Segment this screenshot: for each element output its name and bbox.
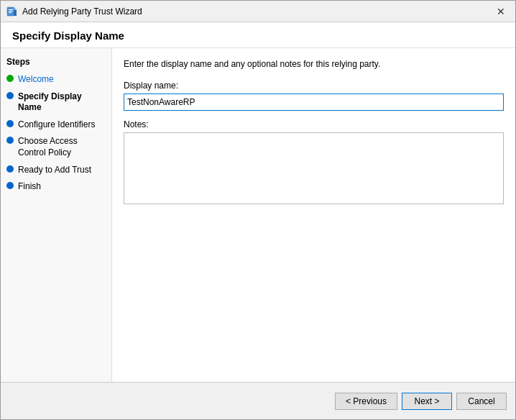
- step-dot-finish: [6, 182, 14, 189]
- sidebar-item-label-finish: Finish: [18, 181, 41, 193]
- description-text: Enter the display name and any optional …: [124, 58, 504, 70]
- sidebar-item-label-identifiers: Configure Identifiers: [18, 119, 95, 131]
- svg-rect-3: [9, 12, 11, 13]
- content-area: Steps Welcome Specify Display Name Confi…: [1, 48, 515, 382]
- main-content: Enter the display name and any optional …: [112, 48, 515, 382]
- svg-rect-1: [9, 9, 13, 10]
- notes-textarea[interactable]: [124, 132, 504, 204]
- title-bar: Add Relying Party Trust Wizard ✕: [1, 1, 515, 22]
- sidebar-item-label-ready: Ready to Add Trust: [18, 165, 91, 176]
- sidebar-item-finish: Finish: [6, 181, 106, 193]
- wizard-icon: [6, 6, 18, 17]
- step-dot-identifiers: [6, 120, 14, 127]
- window-title: Add Relying Party Trust Wizard: [22, 6, 142, 17]
- title-bar-left: Add Relying Party Trust Wizard: [6, 6, 142, 17]
- step-dot-display-name: [6, 92, 14, 99]
- sidebar-title: Steps: [6, 57, 106, 67]
- wizard-window: Add Relying Party Trust Wizard ✕ Specify…: [0, 0, 516, 420]
- previous-button[interactable]: < Previous: [335, 393, 397, 410]
- sidebar: Steps Welcome Specify Display Name Confi…: [1, 48, 112, 382]
- cancel-button[interactable]: Cancel: [456, 393, 507, 410]
- next-button[interactable]: Next >: [402, 393, 452, 410]
- step-dot-welcome: [6, 75, 14, 82]
- page-title: Specify Display Name: [12, 29, 504, 42]
- sidebar-item-label-access-control: Choose Access Control Policy: [18, 136, 106, 158]
- display-name-input[interactable]: [124, 93, 504, 111]
- notes-label: Notes:: [124, 119, 504, 129]
- sidebar-item-identifiers: Configure Identifiers: [6, 119, 106, 131]
- display-name-label: Display name:: [124, 81, 504, 91]
- sidebar-item-display-name: Specify Display Name: [6, 91, 106, 114]
- step-dot-ready: [6, 165, 14, 173]
- step-dot-access-control: [6, 137, 14, 144]
- sidebar-item-welcome: Welcome: [6, 74, 106, 86]
- page-header: Specify Display Name: [1, 22, 515, 48]
- sidebar-item-ready: Ready to Add Trust: [6, 165, 106, 176]
- sidebar-item-access-control: Choose Access Control Policy: [6, 136, 106, 158]
- notes-container: [124, 132, 504, 206]
- close-button[interactable]: ✕: [492, 4, 510, 19]
- footer: < Previous Next > Cancel: [1, 382, 515, 419]
- sidebar-item-label-welcome[interactable]: Welcome: [18, 74, 54, 86]
- svg-rect-2: [9, 11, 13, 12]
- svg-marker-5: [14, 7, 17, 10]
- sidebar-item-label-display-name: Specify Display Name: [18, 91, 106, 114]
